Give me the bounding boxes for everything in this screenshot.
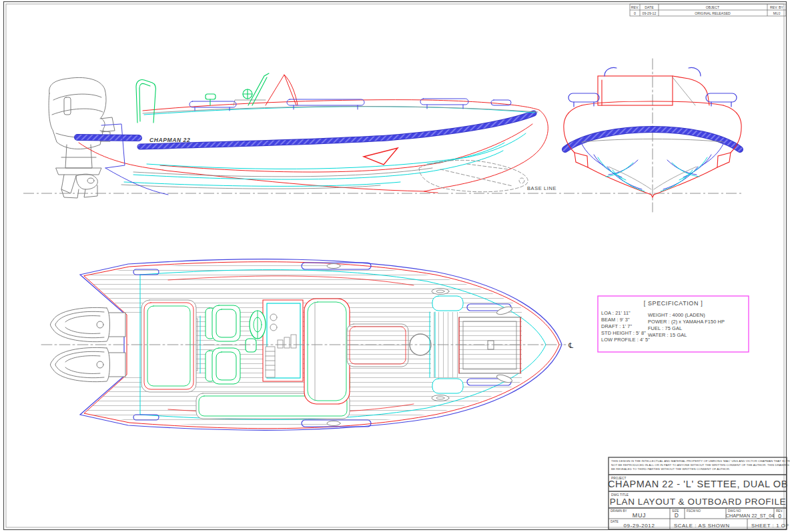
bow-hatch	[459, 317, 520, 373]
spec-weight: WEIGHT : 4000 (LADEN)	[648, 312, 705, 318]
plan-view: ℄	[41, 259, 573, 431]
profile-view: CHAPMAN 22	[49, 73, 548, 198]
windshield-plan	[304, 299, 350, 404]
fscm-label: FSCM NO	[687, 509, 701, 513]
object-cell: ORIGINAL RELEASED	[695, 11, 731, 15]
baseline-label: BASE LINE	[527, 185, 556, 191]
locker-port	[432, 296, 463, 311]
front-view	[564, 59, 741, 212]
sunpad	[347, 324, 408, 367]
outboard-motor-starboard	[51, 347, 126, 381]
disclaimer-line-1: THIS DESIGN IS THE INTELLECTUAL AND MATE…	[611, 459, 790, 463]
project-title: CHAPMAN 22 - 'L' SETTEE, DUAL OB	[608, 479, 788, 489]
object-col-header: OBJECT	[706, 5, 720, 9]
revby-col-header: REV. BY	[770, 5, 784, 9]
drawn-by-value: MUJ	[633, 512, 646, 519]
scale-value: SCALE : AS SHOWN	[674, 523, 730, 529]
profile-green-details	[136, 73, 269, 123]
hull-boat-name: CHAPMAN 22	[149, 137, 190, 143]
spec-low-profile: LOW PROFILE : 4' 5"	[601, 337, 650, 343]
throttle	[246, 339, 256, 352]
hull-profile-red	[79, 75, 548, 193]
dwg-title: PLAN LAYOUT & OUTBOARD PROFILE	[610, 497, 786, 507]
rev-value: 0	[778, 513, 781, 519]
rub-rail-profile	[77, 113, 534, 147]
dwg-no-value: CHAPMAN 22_ST_04	[726, 513, 775, 519]
revby-cell: MUJ	[773, 11, 781, 15]
specification-box: [ SPECIFICATION ] LOA : 21' 11" BEAM : 9…	[598, 296, 749, 352]
locker-starboard	[432, 379, 463, 393]
size-value: D	[675, 512, 679, 519]
sheet-value: SHEET : 1 OF 1	[751, 523, 790, 529]
spec-loa: LOA : 21' 11"	[601, 310, 631, 316]
spec-beam: BEAM : 9' 3"	[601, 317, 630, 323]
disclaimer-line-3: BE REVEALED TO THIRD PARTIES WITHOUT THE…	[611, 467, 730, 471]
spec-draft: DRAFT : 1' 7"	[601, 323, 633, 329]
rev-cell: 0	[634, 11, 636, 15]
spec-std-height: STD HEIGHT : 5' 8"	[601, 330, 646, 336]
date-col-header: DATE	[645, 5, 654, 9]
helm-chair-2	[206, 348, 240, 384]
spec-fuel: FUEL : 75 GAL	[648, 325, 682, 331]
title-block: THIS DESIGN IS THE INTELLECTUAL AND MATE…	[608, 457, 790, 529]
spec-water: WATER : 15 GAL	[648, 332, 687, 338]
rev-col-header: REV.	[631, 5, 639, 9]
date-label: DATE	[611, 520, 619, 523]
spec-power: POWER : (2) x YAMAHA F150 HP	[648, 319, 725, 325]
helm-chair-1	[206, 305, 240, 341]
spec-title: [ SPECIFICATION ]	[644, 300, 703, 307]
date-cell: 09-29-12	[643, 11, 657, 15]
drawn-by-label: DRAWN BY	[611, 509, 627, 513]
cad-canvas: REV. DATE OBJECT REV. BY 0 09-29-12 ORIG…	[0, 0, 790, 532]
aft-settee	[141, 300, 196, 392]
date-value: 09-29-2012	[624, 523, 655, 529]
outboard-motor-port	[51, 307, 126, 341]
drawing-sheet: REV. DATE OBJECT REV. BY 0 09-29-12 ORIG…	[0, 0, 790, 532]
disclaimer-line-2: NOT BE REPRODUCED IN ALL OR IN PART TO A…	[611, 463, 790, 467]
centerline-symbol: ℄	[568, 341, 573, 349]
hidden-outline-dashed	[419, 160, 528, 191]
